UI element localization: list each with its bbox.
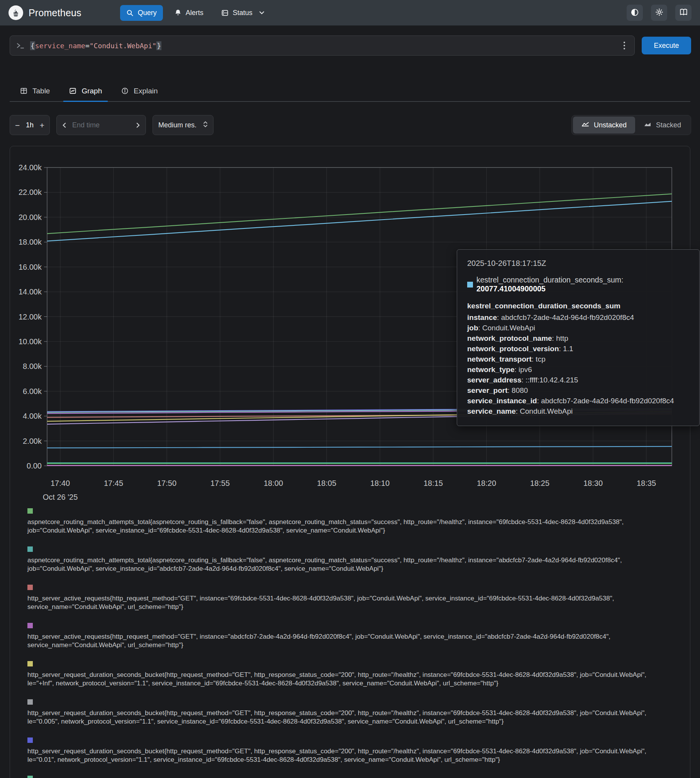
legend-item[interactable]: http_server_request_duration_seconds_buc…	[27, 737, 675, 764]
nav-query-button[interactable]: Query	[120, 5, 163, 21]
promql-input[interactable]: {service_name="Conduit.WebApi"}	[10, 36, 635, 56]
legend-swatch-icon	[27, 661, 33, 666]
svg-text:18:05: 18:05	[317, 479, 336, 487]
svg-text:17:45: 17:45	[104, 479, 123, 487]
theme-toggle-button[interactable]	[627, 5, 643, 21]
expr-close-brace: }	[156, 41, 161, 50]
contrast-icon	[631, 8, 639, 18]
series-legend: aspnetcore_routing_match_attempts_total{…	[10, 504, 690, 778]
info-icon	[121, 87, 129, 95]
svg-text:22.00k: 22.00k	[19, 188, 42, 196]
tab-explain-label: Explain	[134, 87, 158, 95]
chart-line-s1-green-top	[47, 194, 672, 233]
svg-text:18:10: 18:10	[370, 479, 390, 487]
nav-items: Query Alerts Status	[120, 5, 271, 21]
graph-controls: − 1h + Medium res. Unstacked	[10, 115, 691, 135]
tooltip-series-row: kestrel_connection_duration_seconds_sum:…	[467, 276, 689, 293]
kebab-dot	[624, 42, 625, 43]
range-value[interactable]: 1h	[26, 121, 34, 129]
time-forward-button[interactable]	[136, 122, 141, 128]
legend-swatch-icon	[27, 776, 33, 778]
svg-text:20.00k: 20.00k	[19, 213, 42, 222]
execute-button[interactable]: Execute	[642, 37, 691, 54]
settings-button[interactable]	[651, 5, 667, 21]
tooltip-labels: instance: abdcfcb7-2ade-4a2d-964d-fb92d0…	[467, 312, 689, 416]
stacked-label: Stacked	[656, 121, 681, 129]
legend-series-text: aspnetcore_routing_match_attempts_total{…	[27, 556, 675, 573]
tooltip-metric-name: kestrel_connection_duration_seconds_sum	[467, 302, 689, 310]
time-back-button[interactable]	[62, 122, 67, 128]
end-time-picker	[56, 115, 146, 135]
svg-text:10.00k: 10.00k	[19, 337, 42, 346]
tooltip-label-row: job: Conduit.WebApi	[467, 323, 689, 333]
top-navbar: Prometheus Query Alerts	[0, 0, 700, 25]
tooltip-label-name: network_protocol_version	[467, 345, 559, 353]
end-time-input[interactable]	[72, 121, 130, 129]
svg-text:18:35: 18:35	[637, 479, 656, 487]
tooltip-label-row: network_type: ipv6	[467, 364, 689, 375]
tab-explain[interactable]: Explain	[115, 81, 163, 102]
legend-series-text: http_server_request_duration_seconds_buc…	[27, 709, 675, 726]
tooltip-label-row: network_protocol_version: 1.1	[467, 343, 689, 354]
svg-text:8.00k: 8.00k	[23, 362, 42, 370]
tooltip-label-name: service_name	[467, 407, 516, 415]
legend-series-text: http_server_request_duration_seconds_buc…	[27, 747, 675, 764]
svg-text:18:15: 18:15	[424, 479, 443, 487]
gear-icon	[655, 8, 664, 18]
svg-text:6.00k: 6.00k	[23, 387, 42, 396]
svg-text:17:40: 17:40	[51, 479, 70, 487]
svg-text:4.00k: 4.00k	[23, 412, 42, 420]
svg-text:14.00k: 14.00k	[19, 288, 42, 296]
legend-item[interactable]: http_server_request_duration_seconds_buc…	[27, 776, 675, 778]
tab-table-label: Table	[32, 87, 50, 95]
svg-text:18:30: 18:30	[583, 479, 603, 487]
promql-expression[interactable]: {service_name="Conduit.WebApi"}	[30, 42, 620, 50]
svg-text:17:55: 17:55	[210, 479, 230, 487]
legend-item[interactable]: aspnetcore_routing_match_attempts_total{…	[27, 508, 675, 534]
svg-text:16.00k: 16.00k	[19, 263, 42, 271]
svg-text:12.00k: 12.00k	[19, 313, 42, 321]
tooltip-timestamp: 2025-10-26T18:17:15Z	[467, 259, 689, 268]
tooltip-label-name: network_type	[467, 365, 514, 374]
legend-swatch-icon	[27, 585, 33, 590]
svg-text:0.00: 0.00	[27, 462, 42, 470]
resolution-select[interactable]: Medium res.	[153, 115, 214, 135]
tooltip-label-row: instance: abdcfcb7-2ade-4a2d-964d-fb92d0…	[467, 312, 689, 323]
tab-table[interactable]: Table	[14, 81, 56, 102]
expr-label-name: service_name	[35, 42, 85, 50]
result-tabs: Table Graph Explain	[10, 81, 690, 102]
graph-panel: 24.00k22.00k20.00k18.00k16.00k14.00k12.0…	[10, 146, 690, 778]
legend-series-text: aspnetcore_routing_match_attempts_total{…	[27, 518, 675, 534]
app-title: Prometheus	[29, 7, 81, 19]
legend-swatch-icon	[27, 546, 33, 552]
tooltip-label-name: network_transport	[467, 355, 532, 363]
range-increase-button[interactable]: +	[40, 121, 44, 129]
unstacked-option[interactable]: Unstacked	[573, 117, 635, 134]
query-options-kebab-button[interactable]	[620, 40, 628, 51]
nav-alerts-button[interactable]: Alerts	[168, 5, 210, 21]
legend-item[interactable]: aspnetcore_routing_match_attempts_total{…	[27, 546, 675, 573]
tab-graph-label: Graph	[81, 87, 102, 95]
legend-series-text: http_server_request_duration_seconds_buc…	[27, 671, 675, 687]
legend-item[interactable]: http_server_active_requests{http_request…	[27, 623, 675, 649]
svg-text:18:20: 18:20	[477, 479, 496, 487]
legend-swatch-icon	[27, 737, 33, 743]
tooltip-label-row: server_address: ::ffff:10.42.4.215	[467, 375, 689, 385]
legend-item[interactable]: http_server_active_requests{http_request…	[27, 585, 675, 611]
stacked-option[interactable]: Stacked	[635, 117, 690, 134]
nav-status-button[interactable]: Status	[215, 5, 271, 21]
query-bar: {service_name="Conduit.WebApi"} Execute	[10, 36, 691, 56]
chart-tooltip: 2025-10-26T18:17:15Z kestrel_connection_…	[457, 249, 700, 426]
range-decrease-button[interactable]: −	[15, 121, 20, 129]
expr-open-brace: {	[30, 41, 35, 50]
legend-item[interactable]: http_server_request_duration_seconds_buc…	[27, 661, 675, 687]
navbar-actions	[627, 5, 692, 21]
legend-item[interactable]: http_server_request_duration_seconds_buc…	[27, 699, 675, 726]
tooltip-label-name: job	[467, 324, 478, 332]
legend-swatch-icon	[27, 699, 33, 705]
bell-icon	[175, 9, 181, 17]
svg-text:18:00: 18:00	[264, 479, 283, 487]
tooltip-label-name: server_address	[467, 376, 522, 384]
tab-graph[interactable]: Graph	[63, 81, 108, 102]
docs-button[interactable]	[675, 5, 692, 21]
